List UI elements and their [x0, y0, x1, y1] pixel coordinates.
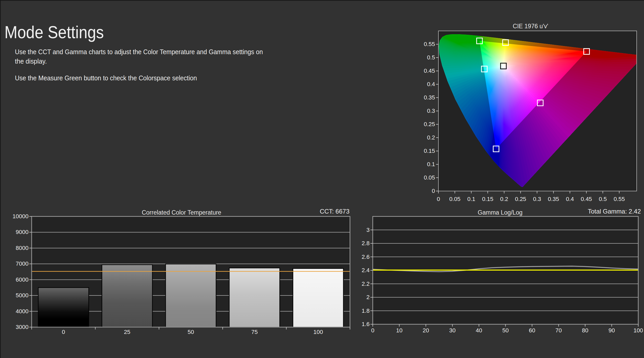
svg-text:9000: 9000: [16, 229, 29, 235]
svg-text:100: 100: [313, 329, 323, 335]
svg-text:5000: 5000: [16, 292, 29, 299]
svg-text:75: 75: [251, 329, 258, 335]
svg-text:0.25: 0.25: [515, 196, 526, 202]
svg-text:0.05: 0.05: [424, 174, 435, 181]
svg-text:0.35: 0.35: [424, 94, 435, 101]
svg-text:2: 2: [366, 294, 370, 300]
svg-text:0.4: 0.4: [566, 196, 574, 202]
svg-text:0.15: 0.15: [424, 148, 435, 154]
svg-text:3000: 3000: [16, 324, 29, 330]
svg-text:0.3: 0.3: [533, 196, 541, 202]
svg-text:0.5: 0.5: [427, 54, 435, 61]
svg-text:10: 10: [396, 327, 402, 334]
svg-text:70: 70: [555, 327, 562, 334]
svg-text:0.1: 0.1: [427, 161, 435, 167]
svg-text:0.55: 0.55: [614, 196, 625, 202]
svg-text:0.2: 0.2: [427, 134, 435, 141]
svg-text:10000: 10000: [13, 213, 29, 220]
svg-text:0.55: 0.55: [424, 41, 435, 47]
svg-text:Gamma Log/Log: Gamma Log/Log: [478, 209, 522, 216]
svg-text:0.25: 0.25: [424, 121, 435, 127]
svg-text:3: 3: [366, 227, 370, 233]
svg-text:0: 0: [371, 327, 374, 334]
svg-text:60: 60: [529, 327, 535, 334]
svg-text:30: 30: [449, 327, 455, 334]
svg-text:Total Gamma: 2.42: Total Gamma: 2.42: [588, 208, 641, 215]
svg-text:0: 0: [432, 188, 435, 194]
svg-text:Use the CCT and Gamma charts t: Use the CCT and Gamma charts to adjust t…: [15, 48, 263, 56]
svg-text:Correlated Color Temperature: Correlated Color Temperature: [142, 209, 221, 216]
svg-text:6000: 6000: [16, 276, 29, 283]
svg-text:20: 20: [423, 327, 429, 334]
svg-text:Mode Settings: Mode Settings: [4, 23, 104, 42]
svg-text:0.3: 0.3: [427, 108, 435, 114]
svg-text:25: 25: [124, 329, 130, 335]
svg-text:0.4: 0.4: [427, 81, 435, 87]
svg-text:0.2: 0.2: [500, 196, 508, 202]
svg-text:CIE 1976 u'v': CIE 1976 u'v': [513, 23, 548, 30]
svg-text:2.8: 2.8: [361, 240, 370, 247]
svg-text:50: 50: [502, 327, 509, 334]
svg-text:the display.: the display.: [15, 57, 47, 65]
svg-text:2.6: 2.6: [361, 254, 370, 260]
svg-text:0.45: 0.45: [581, 196, 592, 202]
svg-text:0: 0: [437, 196, 440, 202]
svg-text:0.05: 0.05: [449, 196, 460, 202]
svg-text:0.15: 0.15: [482, 196, 493, 202]
svg-text:50: 50: [188, 329, 194, 335]
svg-text:7000: 7000: [16, 260, 29, 267]
svg-text:80: 80: [582, 327, 588, 334]
svg-text:0.1: 0.1: [467, 196, 475, 202]
svg-text:0.45: 0.45: [424, 68, 435, 74]
svg-text:40: 40: [476, 327, 482, 334]
svg-text:0.35: 0.35: [548, 196, 559, 202]
svg-text:4000: 4000: [16, 308, 29, 315]
svg-text:8000: 8000: [16, 245, 29, 251]
svg-text:0.5: 0.5: [599, 196, 607, 202]
svg-text:2.2: 2.2: [361, 281, 370, 287]
svg-text:Use the Measure Green button t: Use the Measure Green button to check th…: [15, 74, 197, 82]
svg-text:1.8: 1.8: [361, 307, 370, 314]
svg-text:0: 0: [62, 329, 65, 335]
svg-text:2.4: 2.4: [361, 267, 370, 273]
svg-text:100: 100: [634, 327, 643, 334]
svg-text:CCT: 6673: CCT: 6673: [320, 208, 349, 215]
svg-text:1.6: 1.6: [361, 321, 370, 327]
svg-text:90: 90: [608, 327, 615, 334]
